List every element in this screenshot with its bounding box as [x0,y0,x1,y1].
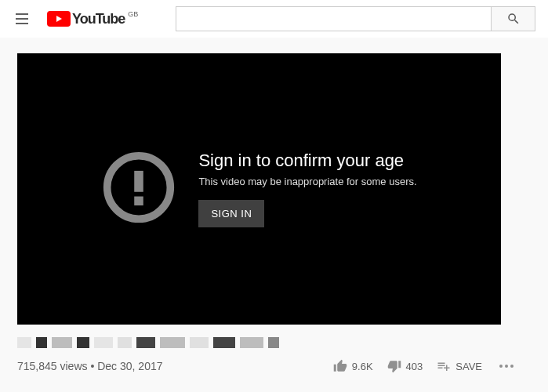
video-meta-row: 715,845 views • Dec 30, 2017 9.6K 403 SA… [17,359,531,373]
dislike-button[interactable]: 403 [387,359,423,373]
country-code: GB [128,10,138,18]
content: Sign in to confirm your age This video m… [0,38,548,373]
warning-icon [101,150,176,228]
header: YouTube GB [0,0,548,38]
action-bar: 9.6K 403 SAVE [333,359,517,373]
search-input[interactable] [176,6,492,31]
thumb-down-icon [387,359,401,373]
search-button[interactable] [492,6,535,31]
like-button[interactable]: 9.6K [333,359,373,373]
like-count: 9.6K [352,361,373,372]
svg-rect-2 [135,197,144,206]
view-count-date: 715,845 views • Dec 30, 2017 [17,360,163,372]
more-actions-button[interactable] [496,361,517,371]
video-player: Sign in to confirm your age This video m… [17,53,501,325]
upload-date: Dec 30, 2017 [97,360,162,372]
dislike-count: 403 [406,361,423,372]
menu-button[interactable] [13,9,31,28]
youtube-logo[interactable]: YouTube GB [47,11,136,27]
sign-in-button[interactable]: SIGN IN [198,200,264,227]
save-label: SAVE [455,361,482,372]
svg-rect-1 [135,171,144,192]
thumb-up-icon [333,359,347,373]
search-icon [506,12,521,26]
playlist-add-icon [437,359,451,373]
youtube-wordmark: YouTube [72,11,125,27]
age-gate: Sign in to confirm your age This video m… [70,150,448,228]
youtube-play-icon [47,11,71,27]
video-title [17,337,531,348]
view-count: 715,845 views [17,360,88,372]
search-form [176,6,535,31]
age-gate-title: Sign in to confirm your age [198,151,416,171]
age-gate-subtitle: This video may be inappropriate for some… [198,176,416,187]
save-button[interactable]: SAVE [437,359,482,373]
